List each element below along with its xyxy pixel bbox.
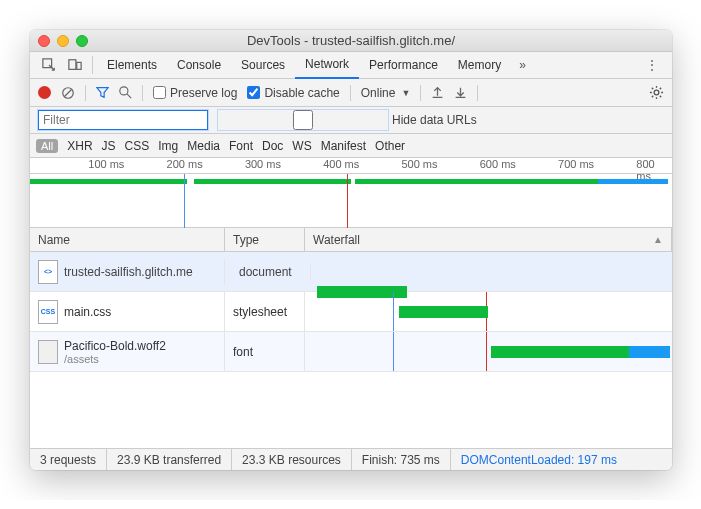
request-name: main.css (64, 305, 111, 319)
download-har-icon[interactable] (454, 86, 467, 99)
spacer (30, 372, 672, 448)
close-button[interactable] (38, 35, 50, 47)
status-transferred: 23.9 KB transferred (107, 449, 232, 470)
hide-data-urls-label: Hide data URLs (392, 113, 477, 127)
disable-cache-checkbox[interactable]: Disable cache (247, 86, 339, 100)
timeline-tick: 600 ms (480, 158, 516, 174)
type-filter-manifest[interactable]: Manifest (321, 139, 366, 153)
overview-bar (194, 179, 351, 184)
more-tabs-icon[interactable]: » (511, 58, 534, 72)
status-dcl: DOMContentLoaded: 197 ms (451, 449, 627, 470)
record-button[interactable] (38, 86, 51, 99)
request-row[interactable]: Pacifico-Bold.woff2/assetsfont (30, 332, 672, 372)
clear-icon[interactable] (61, 86, 75, 100)
overview-bar (598, 179, 668, 184)
type-filter-media[interactable]: Media (187, 139, 220, 153)
kebab-menu-icon[interactable]: ⋮ (638, 58, 666, 72)
overview-bar (355, 179, 598, 184)
status-finish: Finish: 735 ms (352, 449, 451, 470)
waterfall-marker (393, 332, 394, 371)
device-icon[interactable] (62, 58, 88, 72)
tab-console[interactable]: Console (167, 52, 231, 79)
type-filter-img[interactable]: Img (158, 139, 178, 153)
settings-icon[interactable] (649, 85, 664, 100)
type-filter-xhr[interactable]: XHR (67, 139, 92, 153)
divider (92, 56, 93, 74)
waterfall-marker (486, 332, 487, 371)
titlebar: DevTools - trusted-sailfish.glitch.me/ (30, 30, 672, 52)
disable-cache-label: Disable cache (264, 86, 339, 100)
throttle-select[interactable]: Online▼ (361, 86, 411, 100)
svg-rect-1 (69, 60, 76, 70)
filter-icon[interactable] (96, 86, 109, 99)
timeline-tick: 200 ms (167, 158, 203, 174)
divider (142, 85, 143, 101)
request-type: font (225, 332, 305, 371)
preserve-log-label: Preserve log (170, 86, 237, 100)
preserve-log-checkbox[interactable]: Preserve log (153, 86, 237, 100)
status-resources: 23.3 KB resources (232, 449, 352, 470)
timeline-body (30, 174, 672, 228)
network-toolbar: Preserve log Disable cache Online▼ (30, 79, 672, 107)
divider (85, 85, 86, 101)
type-filter-css[interactable]: CSS (125, 139, 150, 153)
waterfall-cell (305, 292, 672, 331)
type-filter-all[interactable]: All (36, 139, 58, 153)
request-row[interactable]: CSSmain.cssstylesheet (30, 292, 672, 332)
timeline-tick: 100 ms (88, 158, 124, 174)
panel-tabs: Elements Console Sources Network Perform… (30, 52, 672, 79)
timeline-tick: 800 ms (636, 158, 672, 174)
type-filter-ws[interactable]: WS (292, 139, 311, 153)
divider (350, 85, 351, 101)
column-waterfall-header[interactable]: Waterfall▲ (305, 228, 672, 251)
inspect-icon[interactable] (36, 58, 62, 72)
status-requests: 3 requests (30, 449, 107, 470)
tab-performance[interactable]: Performance (359, 52, 448, 79)
devtools-window: DevTools - trusted-sailfish.glitch.me/ E… (30, 30, 672, 470)
column-type-header[interactable]: Type (225, 228, 305, 251)
timeline-overview[interactable]: 100 ms200 ms300 ms400 ms500 ms600 ms700 … (30, 158, 672, 228)
grid-header: Name Type Waterfall▲ (30, 228, 672, 252)
divider (420, 85, 421, 101)
overview-bar (30, 179, 187, 184)
timeline-marker (184, 174, 185, 228)
request-row[interactable]: <>trusted-sailfish.glitch.medocument (30, 252, 672, 292)
file-icon (38, 340, 58, 364)
waterfall-bar (399, 306, 489, 318)
type-filter-other[interactable]: Other (375, 139, 405, 153)
filter-row: Hide data URLs (30, 107, 672, 134)
waterfall-marker (393, 292, 394, 331)
timeline-marker (347, 174, 348, 228)
status-bar: 3 requests 23.9 KB transferred 23.3 KB r… (30, 448, 672, 470)
timeline-tick: 500 ms (401, 158, 437, 174)
divider (477, 85, 478, 101)
filter-input[interactable] (38, 110, 208, 130)
window-title: DevTools - trusted-sailfish.glitch.me/ (30, 33, 672, 48)
type-filter-row: All XHR JS CSS Img Media Font Doc WS Man… (30, 134, 672, 158)
file-icon: <> (38, 260, 58, 284)
request-path: /assets (64, 353, 166, 365)
tab-elements[interactable]: Elements (97, 52, 167, 79)
search-icon[interactable] (119, 86, 132, 99)
sort-indicator-icon: ▲ (653, 234, 663, 245)
file-icon: CSS (38, 300, 58, 324)
tab-sources[interactable]: Sources (231, 52, 295, 79)
timeline-tick: 400 ms (323, 158, 359, 174)
tab-network[interactable]: Network (295, 52, 359, 79)
request-type: stylesheet (225, 292, 305, 331)
svg-line-6 (127, 94, 131, 98)
minimize-button[interactable] (57, 35, 69, 47)
upload-har-icon[interactable] (431, 86, 444, 99)
timeline-ruler: 100 ms200 ms300 ms400 ms500 ms600 ms700 … (30, 158, 672, 174)
hide-data-urls-checkbox[interactable]: Hide data URLs (218, 110, 477, 130)
request-type: document (231, 265, 311, 279)
svg-point-7 (654, 90, 659, 95)
type-filter-js[interactable]: JS (102, 139, 116, 153)
svg-point-5 (120, 87, 128, 95)
maximize-button[interactable] (76, 35, 88, 47)
tab-memory[interactable]: Memory (448, 52, 511, 79)
chevron-down-icon: ▼ (401, 88, 410, 98)
column-name-header[interactable]: Name (30, 228, 225, 251)
type-filter-doc[interactable]: Doc (262, 139, 283, 153)
type-filter-font[interactable]: Font (229, 139, 253, 153)
